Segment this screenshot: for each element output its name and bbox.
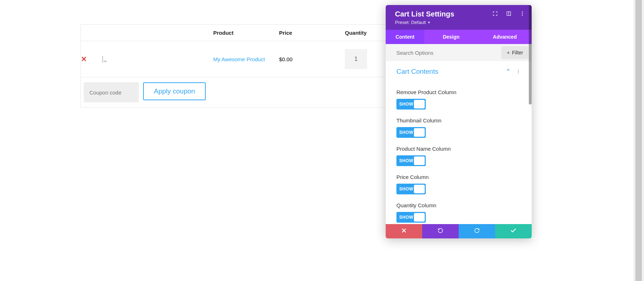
thumbnail-placeholder-icon	[102, 56, 103, 63]
page-scrollbar[interactable]	[633, 0, 644, 281]
product-link[interactable]: My Awesome Product	[213, 56, 265, 62]
undo-icon	[437, 227, 444, 235]
option-remove-product-column: Remove Product Column SHOW	[396, 89, 521, 110]
toggle-knob	[414, 213, 425, 222]
undo-button[interactable]	[422, 224, 459, 238]
option-thumbnail-column: Thumbnail Column SHOW	[396, 117, 521, 138]
option-label: Thumbnail Column	[396, 117, 521, 123]
svg-point-0	[522, 11, 523, 13]
filter-button[interactable]: + Filter	[501, 46, 529, 59]
tab-design[interactable]: Design	[424, 30, 478, 44]
toggle-remove-product-column[interactable]: SHOW	[396, 99, 426, 110]
section-header[interactable]: Cart Contents ⌃	[386, 61, 532, 78]
toggle-price-column[interactable]: SHOW	[396, 184, 426, 194]
save-button[interactable]	[495, 224, 532, 238]
toggle-knob	[414, 185, 425, 193]
svg-point-3	[518, 70, 519, 71]
apply-coupon-button[interactable]: Apply coupon	[143, 82, 206, 100]
toggle-quantity-column[interactable]: SHOW	[396, 212, 426, 223]
filter-label: Filter	[512, 50, 523, 55]
toggle-knob	[414, 156, 425, 165]
option-label: Price Column	[396, 174, 521, 180]
caret-down-icon: ▼	[427, 21, 430, 24]
settings-panel: Cart List Settings Preset: Default ▼ Con…	[386, 5, 532, 238]
preset-selector[interactable]: Preset: Default ▼	[395, 20, 430, 25]
svg-point-5	[518, 73, 519, 73]
search-row: + Filter	[386, 44, 532, 61]
coupon-code-input[interactable]	[84, 82, 139, 102]
toggle-knob	[414, 128, 425, 137]
col-header-product: Product	[213, 25, 279, 41]
panel-scrollbar[interactable]	[529, 5, 532, 105]
col-header-quantity: Quantity	[345, 25, 391, 41]
check-icon	[510, 227, 517, 235]
option-quantity-column: Quantity Column SHOW	[396, 202, 521, 223]
tab-content[interactable]: Content	[386, 30, 424, 44]
chevron-up-icon[interactable]: ⌃	[506, 68, 511, 76]
close-icon	[401, 227, 407, 235]
toggle-state: SHOW	[396, 102, 413, 107]
redo-icon	[474, 227, 480, 235]
toggle-product-name-column[interactable]: SHOW	[396, 155, 426, 166]
toggle-state: SHOW	[396, 215, 413, 220]
product-price: $0.00	[279, 48, 345, 70]
svg-point-1	[522, 13, 523, 14]
toggle-state: SHOW	[396, 186, 413, 192]
option-label: Quantity Column	[396, 202, 521, 208]
options-list: Remove Product Column SHOW Thumbnail Col…	[386, 78, 532, 225]
svg-point-2	[522, 15, 523, 16]
option-label: Product Name Column	[396, 146, 521, 152]
svg-point-4	[518, 71, 519, 72]
plus-icon: +	[507, 50, 510, 55]
preset-value: Default	[411, 20, 426, 25]
section-title: Cart Contents	[396, 68, 438, 76]
toggle-knob	[414, 100, 425, 108]
expand-icon[interactable]	[492, 11, 498, 18]
search-options-input[interactable]	[386, 45, 501, 61]
remove-item-icon[interactable]: ✕	[81, 55, 87, 63]
toggle-state: SHOW	[396, 158, 413, 163]
toggle-thumbnail-column[interactable]: SHOW	[396, 127, 426, 138]
redo-button[interactable]	[459, 224, 495, 238]
tab-advanced[interactable]: Advanced	[478, 30, 532, 44]
panel-footer	[386, 224, 532, 238]
quantity-input[interactable]	[345, 49, 367, 69]
more-vertical-icon[interactable]	[516, 69, 521, 74]
option-price-column: Price Column SHOW	[396, 174, 521, 194]
toggle-state: SHOW	[396, 130, 413, 135]
cancel-button[interactable]	[386, 224, 422, 238]
layout-icon[interactable]	[506, 11, 512, 18]
option-label: Remove Product Column	[396, 89, 521, 95]
panel-tabs: Content Design Advanced	[386, 30, 532, 44]
preset-prefix: Preset:	[395, 20, 410, 25]
option-product-name-column: Product Name Column SHOW	[396, 146, 521, 166]
panel-header: Cart List Settings Preset: Default ▼	[386, 5, 532, 30]
col-header-price: Price	[279, 25, 345, 41]
more-vertical-icon[interactable]	[519, 11, 525, 18]
